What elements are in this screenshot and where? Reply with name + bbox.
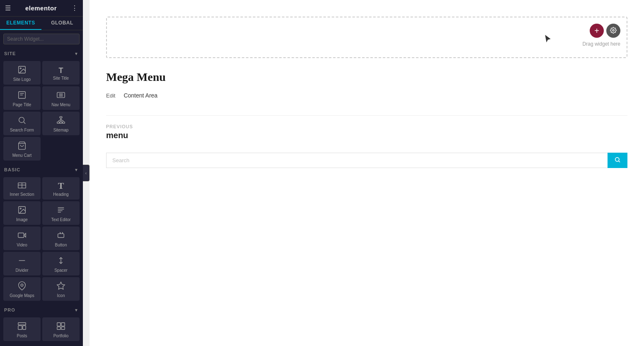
widget-google-maps[interactable]: Google Maps [3,277,41,301]
svg-point-46 [615,157,619,161]
sidebar: ☰ elementor ⋮ ELEMENTS GLOBAL SITE ▼ Sit… [0,0,83,346]
widget-menu-cart[interactable]: Menu Cart [3,137,41,161]
inner-section-icon [17,182,27,190]
svg-line-16 [58,119,61,121]
sitemap-icon [56,116,65,126]
widget-icon-label: Icon [57,293,65,298]
cursor-indicator [544,35,552,45]
widget-site-title[interactable]: T Site Title [42,61,80,85]
widget-search-form[interactable]: Search Form [3,112,41,135]
page-title-icon [17,90,27,101]
tab-global[interactable]: GLOBAL [41,17,83,30]
svg-point-1 [20,68,21,69]
site-title-icon: T [59,67,63,74]
widget-video[interactable]: Video [3,227,41,250]
widget-button-label: Button [55,243,67,248]
widget-heading[interactable]: T Heading [42,177,80,200]
nav-previous-link[interactable]: menu [106,131,627,140]
section-site-header[interactable]: SITE ▼ [0,48,83,59]
grid-icon[interactable]: ⋮ [71,4,78,12]
svg-rect-44 [61,327,65,329]
widget-heading-label: Heading [53,192,68,197]
widget-image[interactable]: Image [3,201,41,225]
mega-menu-title: Mega Menu [106,71,627,84]
google-maps-icon [17,281,27,292]
bottom-search-button[interactable] [608,153,627,168]
widget-image-label: Image [16,217,28,222]
widget-site-logo[interactable]: Site Logo [3,61,41,85]
video-icon [17,231,27,241]
svg-rect-12 [57,122,60,124]
sidebar-header: ☰ elementor ⋮ [0,0,83,17]
widget-nav-menu[interactable]: Nav Menu [42,86,80,110]
widget-menu-cart-label: Menu Cart [12,153,32,158]
widget-nav-menu-label: Nav Menu [51,102,70,107]
divider-icon [17,256,27,266]
bottom-search-input[interactable] [106,153,608,168]
widget-divider[interactable]: Divider [3,252,41,275]
svg-line-47 [619,161,620,162]
svg-rect-13 [60,122,62,124]
settings-widget-button[interactable] [606,24,620,38]
main-canvas: + Drag widget here Mega Menu Edit Conten… [90,0,644,346]
widget-action-buttons: + [590,24,620,38]
widget-portfolio-label: Portfolio [53,334,69,339]
nav-previous-label: PREVIOUS [106,124,627,129]
svg-line-18 [61,119,63,121]
app-title: elementor [25,5,57,12]
tab-elements[interactable]: ELEMENTS [0,17,41,30]
svg-rect-40 [23,326,26,329]
widget-posts-label: Posts [17,334,27,339]
chevron-down-icon: ▼ [74,51,79,56]
svg-point-9 [19,117,24,123]
widget-site-logo-label: Site Logo [13,77,31,82]
svg-rect-31 [58,234,64,237]
widget-spacer-label: Spacer [54,268,68,273]
svg-point-45 [613,29,614,31]
svg-rect-29 [18,233,24,238]
plus-icon: + [594,27,599,35]
widget-divider-label: Divider [15,268,28,273]
section-pro-header[interactable]: PRO ▼ [0,304,83,316]
widget-text-editor[interactable]: Text Editor [42,201,80,225]
sidebar-tabs: ELEMENTS GLOBAL [0,17,83,30]
svg-rect-14 [63,122,65,124]
image-icon [17,205,27,216]
widget-video-label: Video [17,243,27,248]
hamburger-icon[interactable]: ☰ [5,4,11,12]
chevron-down-icon-basic: ▼ [74,168,79,172]
add-widget-button[interactable]: + [590,24,604,38]
search-icon [614,156,621,165]
drag-hint-text: Drag widget here [583,41,620,47]
widget-button[interactable]: Button [42,227,80,250]
widget-page-title[interactable]: Page Title [3,86,41,110]
section-pro-label: PRO [4,307,15,312]
section-basic-header[interactable]: BASIC ▼ [0,164,83,175]
widget-posts[interactable]: Posts [3,317,41,341]
widget-google-maps-label: Google Maps [10,293,34,298]
content-area-row: Edit Content Area [106,92,627,99]
svg-rect-11 [60,117,62,118]
widget-icon[interactable]: Icon [42,277,80,301]
pro-widget-grid: Posts Portfolio [0,316,83,344]
widget-sitemap[interactable]: Sitemap [42,112,80,135]
section-basic-label: BASIC [4,167,20,172]
section-site-label: SITE [4,51,16,56]
search-form-icon [17,116,27,126]
edit-link[interactable]: Edit [106,93,115,99]
spacer-icon [56,256,65,266]
nav-section: PREVIOUS menu [106,115,627,140]
svg-line-10 [24,122,25,124]
widget-inner-section[interactable]: Inner Section [3,177,41,200]
search-input[interactable] [3,34,80,44]
mega-menu-section: Mega Menu Edit Content Area [106,71,627,99]
widget-spacer[interactable]: Spacer [42,252,80,275]
widget-site-title-label: Site Title [53,76,69,81]
posts-icon [17,322,27,332]
widget-search-form-label: Search Form [10,128,34,133]
heading-icon: T [58,181,64,190]
icon-widget-icon [56,281,65,292]
sidebar-collapse-button[interactable]: ‹ [83,165,90,181]
svg-point-36 [21,284,23,286]
widget-portfolio[interactable]: Portfolio [42,317,80,341]
